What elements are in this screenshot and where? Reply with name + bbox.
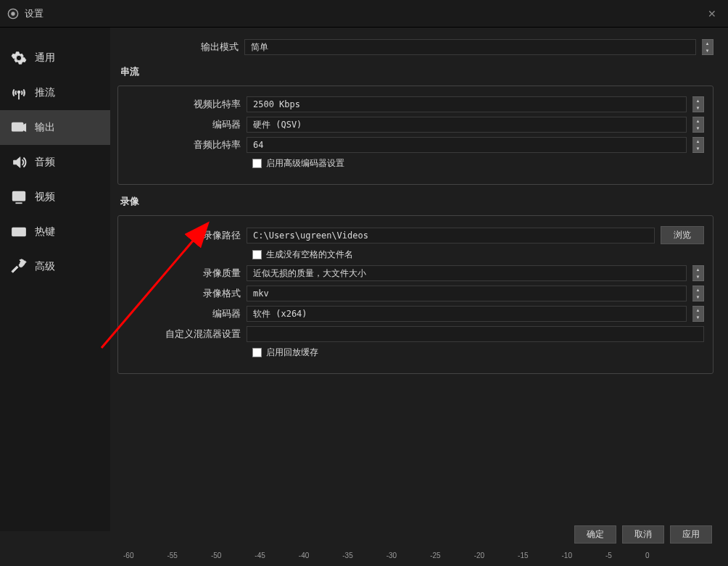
sidebar-label: 通用 xyxy=(35,51,55,64)
record-format-label: 录像格式 xyxy=(120,287,247,300)
sidebar-item-advanced[interactable]: 高级 xyxy=(0,249,110,284)
advanced-encoder-checkbox[interactable] xyxy=(252,159,262,168)
replay-buffer-label: 启用回放缓存 xyxy=(266,346,318,359)
sidebar-label: 音频 xyxy=(35,156,55,169)
antenna-icon xyxy=(10,84,28,101)
sidebar-item-stream[interactable]: 推流 xyxy=(0,75,110,110)
obs-icon xyxy=(7,8,19,20)
select-spinner[interactable]: ▲▼ xyxy=(692,306,704,322)
output-icon xyxy=(10,119,28,136)
monitor-icon xyxy=(10,188,28,206)
video-bitrate-label: 视频比特率 xyxy=(120,98,247,111)
select-spinner[interactable]: ▲▼ xyxy=(702,39,713,55)
output-mode-select[interactable]: 简单 xyxy=(244,39,696,55)
advanced-encoder-checkbox-label: 启用高级编码器设置 xyxy=(266,157,344,170)
content-pane: 输出模式 简单 ▲▼ 串流 视频比特率 2500 Kbps ▲▼ 编码器 硬件 … xyxy=(110,28,728,531)
sidebar-item-video[interactable]: 视频 xyxy=(0,180,110,215)
close-button[interactable]: ✕ xyxy=(703,8,721,20)
svg-rect-5 xyxy=(13,192,25,201)
dialog-footer: 确定 取消 应用 xyxy=(574,525,712,544)
record-quality-select[interactable]: 近似无损的质量，大文件大小 xyxy=(247,265,687,281)
select-spinner[interactable]: ▲▼ xyxy=(692,137,704,153)
output-mode-label: 输出模式 xyxy=(117,41,244,54)
select-spinner[interactable]: ▲▼ xyxy=(692,286,704,301)
record-quality-label: 录像质量 xyxy=(120,267,247,280)
dialog-body: 通用 推流 输出 音频 视频 热键 高级 输出模式 xyxy=(0,28,728,531)
stream-encoder-select[interactable]: 硬件 (QSV) xyxy=(247,117,687,133)
muxer-label: 自定义混流器设置 xyxy=(120,328,247,341)
speaker-icon xyxy=(10,154,28,171)
select-spinner[interactable]: ▲▼ xyxy=(692,117,704,133)
stream-group-title: 串流 xyxy=(120,65,713,78)
stream-encoder-label: 编码器 xyxy=(120,118,247,131)
cancel-button[interactable]: 取消 xyxy=(622,525,664,544)
record-group-title: 录像 xyxy=(120,195,713,208)
sidebar-label: 推流 xyxy=(35,86,55,99)
record-encoder-label: 编码器 xyxy=(120,307,247,320)
stream-group: 视频比特率 2500 Kbps ▲▼ 编码器 硬件 (QSV) ▲▼ 音频比特率… xyxy=(117,86,713,185)
sidebar-item-general[interactable]: 通用 xyxy=(0,41,110,75)
nospace-filename-label: 生成没有空格的文件名 xyxy=(266,249,353,261)
sidebar: 通用 推流 输出 音频 视频 热键 高级 xyxy=(0,28,110,531)
tools-icon xyxy=(10,258,28,275)
svg-point-3 xyxy=(18,91,20,93)
titlebar: 设置 ✕ xyxy=(0,0,728,28)
svg-rect-4 xyxy=(12,123,23,131)
sidebar-item-audio[interactable]: 音频 xyxy=(0,145,110,180)
svg-point-1 xyxy=(11,12,15,15)
audio-bitrate-label: 音频比特率 xyxy=(120,138,247,151)
nospace-filename-checkbox[interactable] xyxy=(252,250,262,259)
keyboard-icon xyxy=(10,223,28,241)
sidebar-label: 视频 xyxy=(35,191,55,204)
ok-button[interactable]: 确定 xyxy=(574,525,616,544)
video-bitrate-input[interactable]: 2500 Kbps xyxy=(247,96,687,112)
record-group: 录像路径 C:\Users\ugreen\Videos 浏览 生成没有空格的文件… xyxy=(117,215,713,374)
window-title: 设置 xyxy=(25,7,703,20)
audio-bitrate-select[interactable]: 64 xyxy=(247,137,687,153)
gear-icon xyxy=(10,49,28,67)
record-path-label: 录像路径 xyxy=(120,229,247,242)
db-ruler: -60 -55 -50 -45 -40 -35 -30 -25 -20 -15 … xyxy=(123,550,728,566)
sidebar-item-hotkeys[interactable]: 热键 xyxy=(0,215,110,249)
svg-rect-7 xyxy=(12,228,25,236)
record-encoder-select[interactable]: 软件 (x264) xyxy=(247,306,687,322)
apply-button[interactable]: 应用 xyxy=(670,525,712,544)
sidebar-label: 热键 xyxy=(35,225,55,238)
video-bitrate-spinner[interactable]: ▲▼ xyxy=(692,96,704,112)
sidebar-label: 高级 xyxy=(35,260,55,273)
sidebar-item-output[interactable]: 输出 xyxy=(0,110,110,145)
replay-buffer-checkbox[interactable] xyxy=(252,348,262,357)
sidebar-label: 输出 xyxy=(35,121,55,134)
output-mode-row: 输出模式 简单 ▲▼ xyxy=(117,39,713,55)
record-format-select[interactable]: mkv xyxy=(247,286,687,301)
record-path-input[interactable]: C:\Users\ugreen\Videos xyxy=(247,228,655,244)
browse-button[interactable]: 浏览 xyxy=(661,226,704,244)
muxer-input[interactable] xyxy=(247,326,704,342)
select-spinner[interactable]: ▲▼ xyxy=(692,265,704,281)
